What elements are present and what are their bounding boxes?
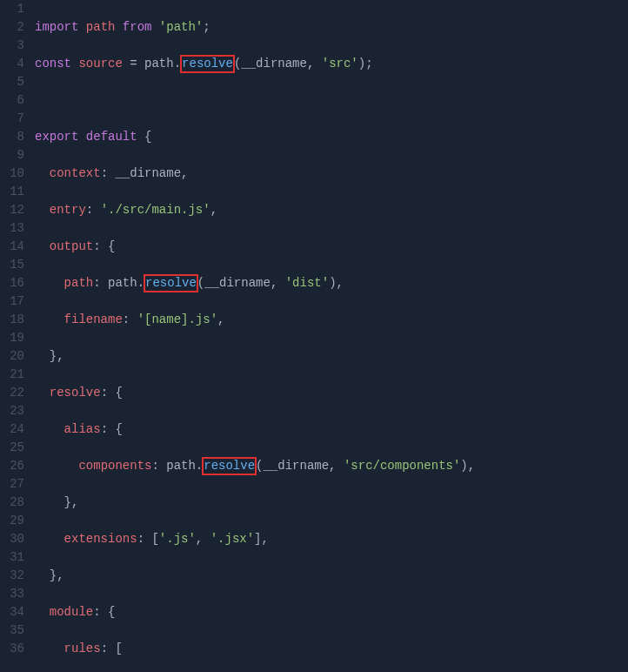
token-punc: ) xyxy=(358,57,365,71)
line-number: 10 xyxy=(0,165,24,183)
token-punc: [ xyxy=(115,642,122,655)
token-punc: : xyxy=(93,239,108,253)
line-number: 8 xyxy=(0,128,24,146)
line-number: 28 xyxy=(0,494,24,512)
line-number: 14 xyxy=(0,238,24,256)
token-prop: components xyxy=(78,459,151,473)
line-number: 29 xyxy=(0,512,24,530)
code-line[interactable]: rules: [ xyxy=(35,640,628,658)
token-punc: , xyxy=(307,57,322,71)
token-keyword: default xyxy=(86,130,137,144)
token-plain: __dirname xyxy=(263,459,329,473)
token-punc: }, xyxy=(64,495,79,509)
token-string: 'path' xyxy=(159,20,203,34)
code-content[interactable]: import path from 'path'; const source = … xyxy=(35,0,628,672)
line-number: 16 xyxy=(0,274,24,292)
token-punc: : xyxy=(151,459,166,473)
line-number: 30 xyxy=(0,530,24,548)
line-number: 27 xyxy=(0,475,24,494)
code-line[interactable]: components: path.resolve(__dirname, 'src… xyxy=(35,457,628,475)
token-prop: extensions xyxy=(64,532,137,546)
token-prop: path xyxy=(64,276,94,290)
code-line[interactable]: export default { xyxy=(35,128,628,146)
token-prop: entry xyxy=(50,203,86,217)
line-number: 35 xyxy=(0,622,24,640)
token-prop: resolve xyxy=(50,386,101,400)
token-prop: alias xyxy=(64,422,101,436)
token-punc: : xyxy=(101,642,116,655)
code-line[interactable]: path: path.resolve(__dirname, 'dist'), xyxy=(35,274,628,292)
line-number: 19 xyxy=(0,329,24,347)
code-line[interactable]: }, xyxy=(35,494,628,512)
line-number: 23 xyxy=(0,402,24,420)
line-number: 4 xyxy=(0,55,24,73)
token-string: './src/main.js' xyxy=(101,203,210,217)
token-punc: : xyxy=(101,422,116,436)
code-line[interactable]: }, xyxy=(35,347,628,366)
highlight-resolve-1: resolve xyxy=(180,55,235,73)
token-punc: : xyxy=(101,166,116,180)
line-number: 18 xyxy=(0,311,24,329)
token-punc: { xyxy=(108,605,115,619)
token-punc: , xyxy=(196,532,210,546)
token-func: resolve xyxy=(204,459,255,473)
token-punc: : xyxy=(137,532,152,546)
line-number: 36 xyxy=(0,640,24,658)
token-punc: , xyxy=(271,276,285,290)
token-punc: ; xyxy=(365,57,372,71)
token-keyword: from xyxy=(123,20,152,34)
code-line[interactable]: module: { xyxy=(35,603,628,622)
code-line[interactable]: resolve: { xyxy=(35,384,628,402)
token-punc: { xyxy=(115,386,122,400)
token-punc: { xyxy=(144,130,151,144)
line-number: 21 xyxy=(0,366,24,384)
token-punc: , xyxy=(329,459,344,473)
token-prop: output xyxy=(50,239,93,253)
code-line[interactable]: context: __dirname, xyxy=(35,165,628,183)
token-prop: rules xyxy=(64,642,101,655)
token-func: resolve xyxy=(145,276,197,290)
token-plain: path xyxy=(108,276,137,290)
code-line[interactable]: entry: './src/main.js', xyxy=(35,201,628,219)
line-number: 7 xyxy=(0,110,24,128)
token-keyword: const xyxy=(35,57,71,71)
code-editor[interactable]: 1 2 3 4 5 6 7 8 9 10 11 12 13 14 15 16 1… xyxy=(0,0,628,672)
code-line[interactable]: }, xyxy=(35,567,628,585)
line-number: 9 xyxy=(0,146,24,165)
line-number: 3 xyxy=(0,37,24,55)
token-punc: : xyxy=(86,203,101,217)
token-keyword: import xyxy=(35,20,78,34)
token-prop: context xyxy=(50,166,101,180)
token-punc: ] xyxy=(254,532,261,546)
token-var: path xyxy=(86,20,116,34)
token-punc: }, xyxy=(50,349,64,363)
token-plain: __dirname xyxy=(115,166,181,180)
code-line[interactable]: alias: { xyxy=(35,420,628,439)
token-punc: : xyxy=(101,386,116,400)
token-punc: = xyxy=(123,57,144,71)
code-line[interactable]: output: { xyxy=(35,238,628,256)
token-punc: : xyxy=(123,312,137,326)
line-number: 12 xyxy=(0,201,24,219)
line-number: 13 xyxy=(0,219,24,238)
token-plain: path xyxy=(144,57,174,71)
line-number: 24 xyxy=(0,420,24,439)
token-punc: [ xyxy=(151,532,158,546)
code-line[interactable]: import path from 'path'; xyxy=(35,18,628,37)
line-number: 20 xyxy=(0,347,24,366)
token-string: '[name].js' xyxy=(137,312,217,326)
code-line[interactable] xyxy=(35,91,628,110)
line-number-gutter: 1 2 3 4 5 6 7 8 9 10 11 12 13 14 15 16 1… xyxy=(0,0,35,672)
token-punc: ) xyxy=(460,459,467,473)
token-string: '.js' xyxy=(159,532,196,546)
token-prop: module xyxy=(50,605,93,619)
token-prop: filename xyxy=(64,312,123,326)
token-string: 'src/components' xyxy=(344,459,460,473)
token-keyword: export xyxy=(35,130,78,144)
line-number: 2 xyxy=(0,18,24,37)
token-func: resolve xyxy=(182,57,233,71)
token-punc: : xyxy=(93,605,108,619)
code-line[interactable]: filename: '[name].js', xyxy=(35,311,628,329)
code-line[interactable]: const source = path.resolve(__dirname, '… xyxy=(35,55,628,73)
code-line[interactable]: extensions: ['.js', '.jsx'], xyxy=(35,530,628,548)
